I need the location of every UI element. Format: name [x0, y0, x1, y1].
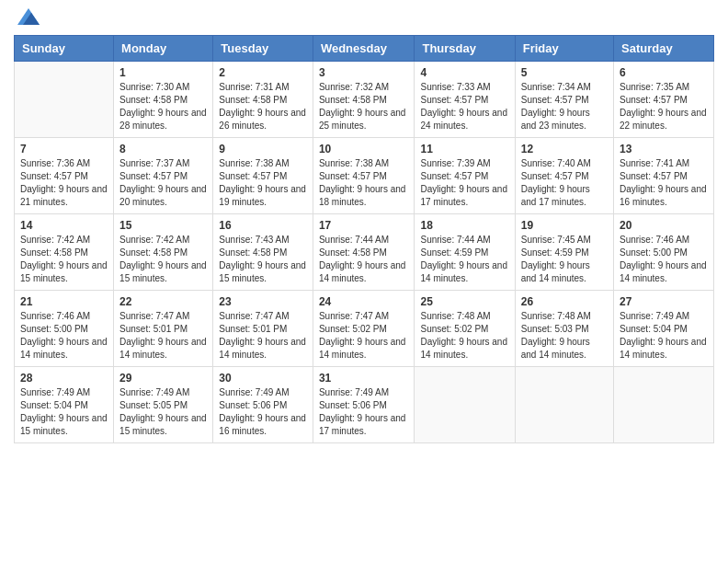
day-info: Sunrise: 7:33 AMSunset: 4:57 PMDaylight:… — [420, 81, 508, 132]
calendar-day-cell: 23Sunrise: 7:47 AMSunset: 5:01 PMDayligh… — [213, 291, 313, 367]
calendar-week-row: 28Sunrise: 7:49 AMSunset: 5:04 PMDayligh… — [15, 367, 714, 443]
calendar-header-wednesday: Wednesday — [313, 36, 415, 62]
calendar-day-cell: 25Sunrise: 7:48 AMSunset: 5:02 PMDayligh… — [415, 291, 515, 367]
day-info: Sunrise: 7:47 AMSunset: 5:01 PMDaylight:… — [219, 310, 307, 362]
calendar-week-row: 14Sunrise: 7:42 AMSunset: 4:58 PMDayligh… — [15, 214, 714, 291]
calendar-day-cell: 8Sunrise: 7:37 AMSunset: 4:57 PMDaylight… — [114, 138, 213, 214]
day-info: Sunrise: 7:36 AMSunset: 4:57 PMDaylight:… — [20, 157, 108, 209]
day-info: Sunrise: 7:38 AMSunset: 4:57 PMDaylight:… — [219, 157, 307, 209]
calendar: SundayMondayTuesdayWednesdayThursdayFrid… — [14, 35, 714, 443]
day-info: Sunrise: 7:41 AMSunset: 4:57 PMDaylight:… — [620, 157, 708, 209]
calendar-day-cell: 31Sunrise: 7:49 AMSunset: 5:06 PMDayligh… — [313, 367, 415, 443]
day-number: 26 — [521, 295, 608, 308]
page-header — [14, 9, 714, 28]
calendar-day-cell: 27Sunrise: 7:49 AMSunset: 5:04 PMDayligh… — [614, 291, 714, 367]
calendar-day-cell: 4Sunrise: 7:33 AMSunset: 4:57 PMDaylight… — [415, 62, 515, 138]
day-number: 19 — [521, 219, 608, 232]
calendar-day-cell: 21Sunrise: 7:46 AMSunset: 5:00 PMDayligh… — [15, 291, 114, 367]
calendar-day-cell: 29Sunrise: 7:49 AMSunset: 5:05 PMDayligh… — [114, 367, 213, 443]
calendar-header-saturday: Saturday — [614, 36, 714, 62]
day-info: Sunrise: 7:46 AMSunset: 5:00 PMDaylight:… — [620, 234, 708, 285]
day-number: 10 — [319, 143, 409, 155]
day-number: 3 — [319, 66, 409, 79]
day-info: Sunrise: 7:48 AMSunset: 5:03 PMDaylight:… — [521, 310, 608, 362]
day-info: Sunrise: 7:39 AMSunset: 4:57 PMDaylight:… — [420, 157, 508, 209]
day-number: 12 — [521, 143, 608, 155]
calendar-header-monday: Monday — [114, 36, 213, 62]
day-number: 25 — [420, 295, 508, 308]
calendar-day-cell: 26Sunrise: 7:48 AMSunset: 5:03 PMDayligh… — [515, 291, 613, 367]
calendar-day-cell: 6Sunrise: 7:35 AMSunset: 4:57 PMDaylight… — [614, 62, 714, 138]
calendar-day-cell: 14Sunrise: 7:42 AMSunset: 4:58 PMDayligh… — [15, 214, 114, 291]
day-info: Sunrise: 7:47 AMSunset: 5:01 PMDaylight:… — [119, 310, 207, 362]
day-info: Sunrise: 7:49 AMSunset: 5:05 PMDaylight:… — [119, 386, 207, 438]
day-number: 27 — [620, 295, 708, 308]
calendar-header-sunday: Sunday — [15, 36, 114, 62]
day-number: 7 — [20, 143, 108, 155]
calendar-day-cell: 11Sunrise: 7:39 AMSunset: 4:57 PMDayligh… — [415, 138, 515, 214]
day-number: 22 — [119, 295, 207, 308]
day-info: Sunrise: 7:44 AMSunset: 4:58 PMDaylight:… — [319, 234, 409, 285]
day-info: Sunrise: 7:35 AMSunset: 4:57 PMDaylight:… — [620, 81, 708, 132]
day-info: Sunrise: 7:32 AMSunset: 4:58 PMDaylight:… — [319, 81, 409, 132]
calendar-day-cell: 16Sunrise: 7:43 AMSunset: 4:58 PMDayligh… — [213, 214, 313, 291]
logo-icon — [17, 6, 40, 28]
calendar-day-cell — [515, 367, 613, 443]
day-number: 14 — [20, 219, 108, 232]
day-info: Sunrise: 7:49 AMSunset: 5:04 PMDaylight:… — [620, 310, 708, 362]
day-info: Sunrise: 7:37 AMSunset: 4:57 PMDaylight:… — [119, 157, 207, 209]
day-number: 15 — [119, 219, 207, 232]
calendar-day-cell — [614, 367, 714, 443]
calendar-day-cell — [415, 367, 515, 443]
day-info: Sunrise: 7:48 AMSunset: 5:02 PMDaylight:… — [420, 310, 508, 362]
day-number: 16 — [219, 219, 307, 232]
day-number: 28 — [20, 372, 108, 385]
day-number: 23 — [219, 295, 307, 308]
day-info: Sunrise: 7:42 AMSunset: 4:58 PMDaylight:… — [20, 234, 108, 285]
day-number: 31 — [319, 372, 409, 385]
day-info: Sunrise: 7:49 AMSunset: 5:06 PMDaylight:… — [319, 386, 409, 438]
calendar-week-row: 21Sunrise: 7:46 AMSunset: 5:00 PMDayligh… — [15, 291, 714, 367]
day-number: 9 — [219, 143, 307, 155]
day-info: Sunrise: 7:44 AMSunset: 4:59 PMDaylight:… — [420, 234, 508, 285]
day-number: 24 — [319, 295, 409, 308]
day-number: 2 — [219, 66, 307, 79]
day-number: 6 — [620, 66, 708, 79]
day-number: 13 — [620, 143, 708, 155]
calendar-day-cell: 17Sunrise: 7:44 AMSunset: 4:58 PMDayligh… — [313, 214, 415, 291]
day-number: 30 — [219, 372, 307, 385]
day-info: Sunrise: 7:49 AMSunset: 5:06 PMDaylight:… — [219, 386, 307, 438]
calendar-day-cell: 20Sunrise: 7:46 AMSunset: 5:00 PMDayligh… — [614, 214, 714, 291]
day-info: Sunrise: 7:43 AMSunset: 4:58 PMDaylight:… — [219, 234, 307, 285]
calendar-day-cell: 19Sunrise: 7:45 AMSunset: 4:59 PMDayligh… — [515, 214, 613, 291]
calendar-day-cell: 2Sunrise: 7:31 AMSunset: 4:58 PMDaylight… — [213, 62, 313, 138]
day-info: Sunrise: 7:49 AMSunset: 5:04 PMDaylight:… — [20, 386, 108, 438]
day-number: 8 — [119, 143, 207, 155]
calendar-day-cell: 22Sunrise: 7:47 AMSunset: 5:01 PMDayligh… — [114, 291, 213, 367]
calendar-day-cell: 18Sunrise: 7:44 AMSunset: 4:59 PMDayligh… — [415, 214, 515, 291]
calendar-day-cell: 1Sunrise: 7:30 AMSunset: 4:58 PMDaylight… — [114, 62, 213, 138]
day-number: 5 — [521, 66, 608, 79]
calendar-day-cell: 30Sunrise: 7:49 AMSunset: 5:06 PMDayligh… — [213, 367, 313, 443]
calendar-day-cell: 15Sunrise: 7:42 AMSunset: 4:58 PMDayligh… — [114, 214, 213, 291]
calendar-day-cell: 3Sunrise: 7:32 AMSunset: 4:58 PMDaylight… — [313, 62, 415, 138]
day-info: Sunrise: 7:46 AMSunset: 5:00 PMDaylight:… — [20, 310, 108, 362]
day-number: 29 — [119, 372, 207, 385]
calendar-day-cell: 12Sunrise: 7:40 AMSunset: 4:57 PMDayligh… — [515, 138, 613, 214]
day-info: Sunrise: 7:38 AMSunset: 4:57 PMDaylight:… — [319, 157, 409, 209]
calendar-day-cell — [15, 62, 114, 138]
day-info: Sunrise: 7:42 AMSunset: 4:58 PMDaylight:… — [119, 234, 207, 285]
day-info: Sunrise: 7:31 AMSunset: 4:58 PMDaylight:… — [219, 81, 307, 132]
day-number: 4 — [420, 66, 508, 79]
calendar-header-row: SundayMondayTuesdayWednesdayThursdayFrid… — [15, 36, 714, 62]
day-number: 11 — [420, 143, 508, 155]
calendar-day-cell: 13Sunrise: 7:41 AMSunset: 4:57 PMDayligh… — [614, 138, 714, 214]
day-info: Sunrise: 7:34 AMSunset: 4:57 PMDaylight:… — [521, 81, 608, 132]
day-info: Sunrise: 7:45 AMSunset: 4:59 PMDaylight:… — [521, 234, 608, 285]
calendar-day-cell: 24Sunrise: 7:47 AMSunset: 5:02 PMDayligh… — [313, 291, 415, 367]
day-info: Sunrise: 7:40 AMSunset: 4:57 PMDaylight:… — [521, 157, 608, 209]
logo — [14, 15, 40, 28]
calendar-header-thursday: Thursday — [415, 36, 515, 62]
calendar-day-cell: 5Sunrise: 7:34 AMSunset: 4:57 PMDaylight… — [515, 62, 613, 138]
calendar-header-tuesday: Tuesday — [213, 36, 313, 62]
